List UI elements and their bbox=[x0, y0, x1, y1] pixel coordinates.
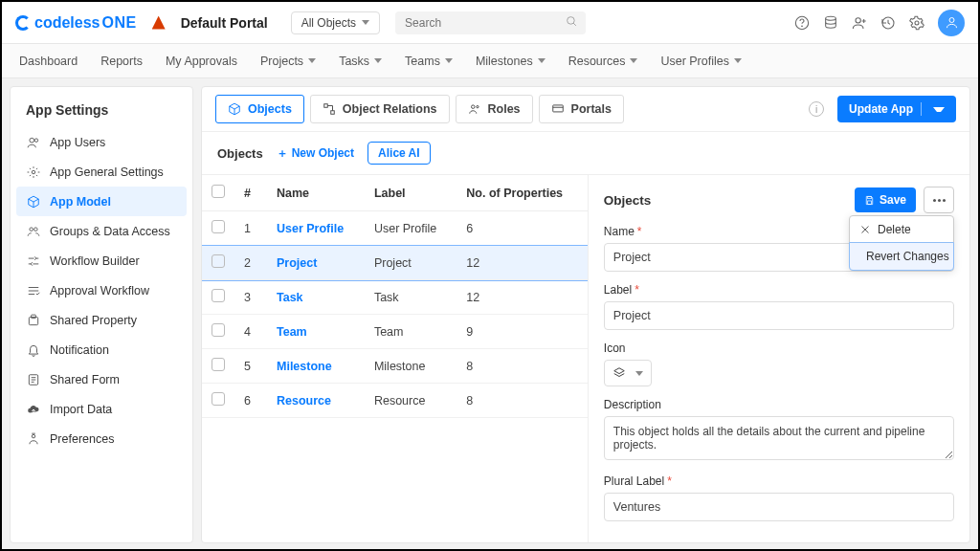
sidebar-item-shared-property[interactable]: Shared Property bbox=[11, 305, 192, 335]
row-name-link[interactable]: Project bbox=[267, 246, 365, 280]
users-icon bbox=[26, 135, 40, 149]
info-icon[interactable]: i bbox=[809, 101, 824, 117]
row-props: 9 bbox=[457, 315, 587, 349]
tab-object-relations[interactable]: Object Relations bbox=[310, 95, 450, 123]
table-row[interactable]: 2 Project Project 12 bbox=[202, 246, 588, 280]
history-icon[interactable] bbox=[880, 15, 896, 31]
description-input[interactable] bbox=[604, 416, 954, 460]
row-props: 6 bbox=[457, 211, 587, 246]
settings-sidebar: App Settings App Users App General Setti… bbox=[10, 86, 193, 543]
svg-rect-35 bbox=[868, 200, 872, 204]
row-checkbox[interactable] bbox=[212, 220, 225, 233]
menu-revert-changes[interactable]: Revert Changes bbox=[849, 242, 954, 271]
col-props: No. of Properties bbox=[457, 175, 587, 211]
row-checkbox[interactable] bbox=[212, 392, 225, 406]
save-button[interactable]: Save bbox=[855, 187, 916, 212]
more-actions-button[interactable] bbox=[924, 187, 954, 213]
update-app-button[interactable]: Update App bbox=[837, 96, 956, 122]
row-name-link[interactable]: User Profile bbox=[267, 211, 365, 246]
sidebar-item-general-settings[interactable]: App General Settings bbox=[11, 157, 192, 187]
svg-point-24 bbox=[32, 434, 35, 438]
icon-selector[interactable] bbox=[604, 360, 652, 386]
nav-reports[interactable]: Reports bbox=[100, 55, 143, 68]
search-icon bbox=[566, 15, 578, 31]
top-header: codelessONE Default Portal All Objects bbox=[2, 2, 978, 44]
sidebar-item-notification[interactable]: Notification bbox=[11, 335, 192, 364]
plural-label-input[interactable] bbox=[604, 493, 954, 521]
svg-rect-27 bbox=[331, 111, 335, 115]
chevron-down-icon bbox=[734, 58, 742, 63]
sidebar-item-app-users[interactable]: App Users bbox=[11, 127, 192, 157]
description-label: Description bbox=[604, 398, 954, 411]
plural-label-label: Plural Label* bbox=[604, 474, 954, 488]
svg-point-13 bbox=[29, 227, 33, 231]
new-object-button[interactable]: ＋New Object bbox=[277, 145, 354, 162]
tab-portals[interactable]: Portals bbox=[539, 95, 624, 123]
row-number: 6 bbox=[234, 384, 267, 418]
svg-point-14 bbox=[33, 227, 37, 231]
svg-point-3 bbox=[802, 26, 803, 27]
user-avatar[interactable] bbox=[938, 10, 965, 36]
table-row[interactable]: 6 Resource Resource 8 bbox=[202, 384, 588, 418]
portal-name[interactable]: Default Portal bbox=[181, 15, 268, 31]
sidebar-item-approval-workflow[interactable]: Approval Workflow bbox=[11, 276, 192, 305]
app-logo[interactable]: codelessONE bbox=[15, 14, 137, 32]
row-props: 8 bbox=[457, 349, 587, 384]
pref-icon bbox=[26, 431, 40, 446]
select-all-checkbox[interactable] bbox=[212, 185, 225, 198]
svg-point-0 bbox=[567, 16, 574, 24]
sidebar-item-groups[interactable]: Groups & Data Access bbox=[11, 216, 192, 246]
nav-user-profiles[interactable]: User Profiles bbox=[660, 55, 742, 68]
search-input[interactable] bbox=[395, 11, 585, 34]
svg-point-11 bbox=[34, 138, 38, 142]
table-row[interactable]: 3 Task Task 12 bbox=[202, 280, 588, 315]
menu-delete[interactable]: Delete bbox=[850, 216, 953, 243]
svg-rect-32 bbox=[552, 105, 563, 112]
database-icon[interactable] bbox=[823, 15, 838, 31]
nav-milestones[interactable]: Milestones bbox=[476, 55, 546, 68]
nav-projects[interactable]: Projects bbox=[260, 55, 316, 68]
help-icon[interactable] bbox=[794, 15, 810, 31]
row-checkbox[interactable] bbox=[212, 254, 225, 268]
detail-title: Objects bbox=[604, 193, 652, 208]
field-plural-label: Plural Label* bbox=[604, 474, 954, 521]
nav-teams[interactable]: Teams bbox=[405, 55, 453, 68]
nav-tasks[interactable]: Tasks bbox=[339, 55, 382, 68]
layers-icon bbox=[612, 366, 626, 380]
bell-icon bbox=[26, 342, 40, 357]
sidebar-item-workflow-builder[interactable]: Workflow Builder bbox=[11, 246, 192, 276]
nav-my-approvals[interactable]: My Approvals bbox=[166, 55, 237, 68]
chevron-down-icon bbox=[635, 371, 643, 376]
object-scope-selector[interactable]: All Objects bbox=[291, 11, 380, 34]
row-checkbox[interactable] bbox=[212, 289, 225, 302]
nav-resources[interactable]: Resources bbox=[568, 55, 638, 68]
table-row[interactable]: 1 User Profile User Profile 6 bbox=[202, 211, 588, 246]
svg-point-31 bbox=[476, 106, 478, 108]
row-label: Task bbox=[365, 280, 457, 315]
row-name-link[interactable]: Team bbox=[267, 315, 365, 349]
settings-icon[interactable] bbox=[909, 15, 924, 31]
tab-roles[interactable]: Roles bbox=[456, 95, 533, 123]
sidebar-item-import-data[interactable]: Import Data bbox=[11, 394, 192, 424]
breadcrumb-objects: Objects bbox=[217, 146, 263, 161]
tab-objects[interactable]: Objects bbox=[215, 95, 304, 123]
objects-toolbar: Objects ＋New Object Alice AI bbox=[202, 132, 969, 174]
sidebar-item-shared-form[interactable]: Shared Form bbox=[11, 364, 192, 394]
row-checkbox[interactable] bbox=[212, 358, 225, 371]
row-checkbox[interactable] bbox=[212, 323, 225, 337]
logo-suffix: ONE bbox=[101, 14, 136, 32]
sidebar-item-preferences[interactable]: Preferences bbox=[11, 424, 192, 453]
row-name-link[interactable]: Resource bbox=[267, 384, 365, 418]
group-icon bbox=[26, 224, 40, 238]
nav-dashboard[interactable]: Dashboard bbox=[19, 55, 78, 68]
row-name-link[interactable]: Milestone bbox=[267, 349, 365, 384]
object-scope-label: All Objects bbox=[301, 16, 356, 30]
sidebar-item-app-model[interactable]: App Model bbox=[16, 187, 187, 216]
chevron-down-icon bbox=[933, 107, 945, 112]
table-row[interactable]: 5 Milestone Milestone 8 bbox=[202, 349, 588, 384]
table-row[interactable]: 4 Team Team 9 bbox=[202, 315, 588, 349]
user-add-icon[interactable] bbox=[852, 15, 867, 31]
row-name-link[interactable]: Task bbox=[267, 280, 365, 315]
alice-ai-button[interactable]: Alice AI bbox=[368, 142, 431, 165]
label-input[interactable] bbox=[604, 301, 954, 330]
